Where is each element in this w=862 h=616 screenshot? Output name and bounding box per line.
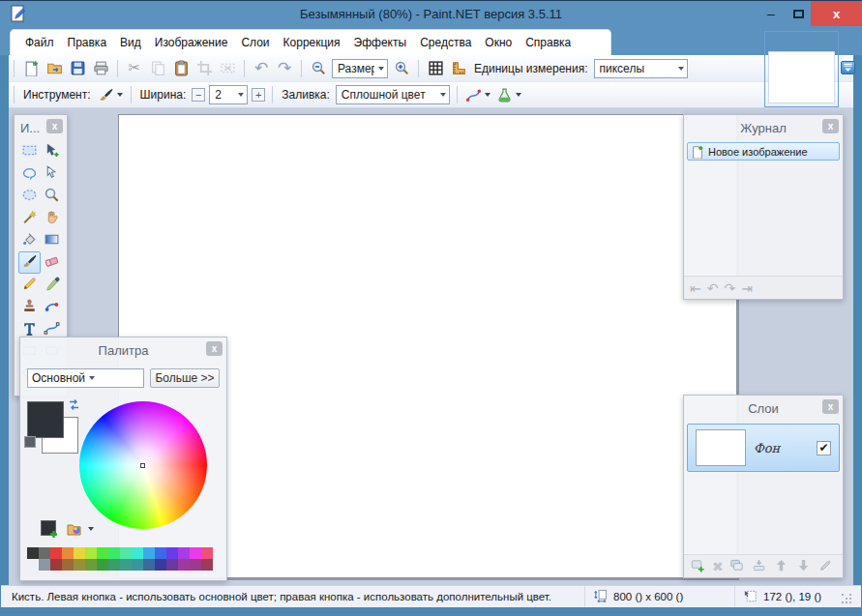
crop-button[interactable] <box>193 58 215 79</box>
open-file-button[interactable] <box>44 58 65 79</box>
palette-swatch-r1-c8[interactable] <box>108 547 120 559</box>
color-wheel[interactable] <box>79 401 207 529</box>
undo-button[interactable]: ↶ <box>251 58 272 79</box>
palette-swatch-r2-c6[interactable] <box>85 559 97 571</box>
palette-swatch-r2-c8[interactable] <box>108 559 120 571</box>
swap-colors-icon[interactable] <box>67 397 81 412</box>
palette-swatch-r1-c3[interactable] <box>50 547 62 559</box>
width-combo[interactable]: 2 <box>209 85 248 104</box>
menu-item-Изображение[interactable]: Изображение <box>148 30 235 55</box>
palette-swatch-r2-c12[interactable] <box>155 559 166 571</box>
delete-layer-button[interactable]: ✖ <box>712 560 724 573</box>
palette-swatch-r1-c12[interactable] <box>155 547 166 559</box>
tool-move-selection[interactable] <box>41 162 63 185</box>
palette-swatch-r1-c6[interactable] <box>85 547 97 559</box>
palette-swatch-r2-c15[interactable] <box>190 559 201 571</box>
ruler-toggle-button[interactable] <box>448 58 469 79</box>
palette-swatch-r1-c14[interactable] <box>178 547 190 559</box>
maximize-button[interactable] <box>786 1 811 26</box>
history-panel-close-button[interactable]: x <box>822 119 839 133</box>
layer-row[interactable]: Фон✔ <box>687 424 840 472</box>
palette-swatch-r2-c1[interactable] <box>27 559 39 571</box>
tool-pencil[interactable] <box>18 274 41 296</box>
tool-magic-wand[interactable] <box>18 207 41 229</box>
merge-layer-down-button[interactable] <box>752 558 768 574</box>
history-fastforward-button[interactable]: ⇥ <box>741 281 753 295</box>
width-decrease-button[interactable]: − <box>192 88 205 102</box>
open-image-thumbnail[interactable] <box>764 31 839 107</box>
add-palette-color-button[interactable] <box>40 519 59 539</box>
tool-rectangle-select[interactable] <box>18 140 41 162</box>
menu-item-Справка[interactable]: Справка <box>519 30 578 55</box>
menu-item-Эффекты[interactable]: Эффекты <box>347 30 414 55</box>
tool-paintbrush[interactable] <box>18 251 41 274</box>
history-redo-button[interactable]: ↷ <box>724 281 735 295</box>
primary-color-swatch[interactable] <box>27 401 64 438</box>
palette-panel-close-button[interactable]: x <box>206 341 223 356</box>
palette-swatch-r2-c2[interactable] <box>39 559 50 571</box>
palette-swatch-r2-c7[interactable] <box>97 559 108 571</box>
history-item[interactable]: Новое изображение <box>687 142 840 161</box>
palette-swatch-r1-c4[interactable] <box>62 547 74 559</box>
resize-grip[interactable] <box>842 594 853 605</box>
tool-gradient[interactable] <box>41 229 63 251</box>
tool-paint-bucket[interactable] <box>18 229 41 251</box>
tool-ellipse-select[interactable] <box>18 185 41 207</box>
palette-swatch-r2-c3[interactable] <box>50 559 62 571</box>
units-combo[interactable]: пикселы <box>594 59 688 78</box>
history-undo-button[interactable]: ↶ <box>707 281 719 295</box>
palette-swatch-r2-c13[interactable] <box>166 559 178 571</box>
palette-swatch-r1-c11[interactable] <box>143 547 155 559</box>
redo-button[interactable]: ↷ <box>274 58 295 79</box>
palette-swatch-r1-c16[interactable] <box>201 547 213 559</box>
fill-style-combo[interactable]: Сплошной цвет <box>336 85 450 104</box>
menu-item-Вид[interactable]: Вид <box>113 30 148 55</box>
menu-item-Слои[interactable]: Слои <box>234 30 276 55</box>
menu-item-Окно[interactable]: Окно <box>478 30 519 55</box>
tool-recolor[interactable] <box>41 296 63 318</box>
tool-move-selected-pixels[interactable] <box>41 140 63 162</box>
curve-style-dropdown[interactable] <box>462 86 493 104</box>
minimize-button[interactable]: – <box>758 1 784 26</box>
palette-swatch-r1-c15[interactable] <box>190 547 201 559</box>
tools-panel-close-button[interactable]: x <box>46 119 63 133</box>
copy-button[interactable] <box>147 58 168 79</box>
palette-swatch-r2-c14[interactable] <box>178 559 190 571</box>
palette-manager-dropdown[interactable] <box>66 519 95 539</box>
color-mode-combo[interactable]: Основной <box>27 368 144 388</box>
palette-swatch-r1-c13[interactable] <box>166 547 178 559</box>
duplicate-layer-button[interactable] <box>729 558 746 574</box>
palette-swatch-r1-c9[interactable] <box>120 547 132 559</box>
more-colors-button[interactable]: Больше >> <box>150 368 220 388</box>
image-list-chevron-button[interactable] <box>841 61 855 74</box>
palette-swatch-r1-c7[interactable] <box>97 547 108 559</box>
layer-visible-checkbox[interactable]: ✔ <box>817 441 831 455</box>
save-button[interactable] <box>67 58 88 79</box>
layers-panel-close-button[interactable]: x <box>822 399 839 414</box>
antialias-dropdown[interactable] <box>493 86 524 104</box>
history-rewind-button[interactable]: ⇤ <box>690 281 701 295</box>
tool-zoom[interactable] <box>41 185 63 207</box>
tool-lasso-select[interactable] <box>18 162 41 185</box>
tool-clone-stamp[interactable] <box>18 296 41 318</box>
close-button[interactable]: x <box>811 1 862 26</box>
menu-item-Коррекция[interactable]: Коррекция <box>277 30 347 55</box>
deselect-button[interactable] <box>217 58 238 79</box>
default-colors-icon[interactable] <box>24 436 36 448</box>
tool-eraser[interactable] <box>41 251 63 274</box>
move-layer-up-button[interactable] <box>774 558 790 574</box>
palette-swatch-r2-c10[interactable] <box>132 559 143 571</box>
tool-color-picker[interactable] <box>41 274 63 296</box>
palette-swatch-r1-c2[interactable] <box>39 547 50 559</box>
zoom-in-button[interactable] <box>391 58 412 79</box>
add-layer-button[interactable] <box>690 558 706 574</box>
print-button[interactable] <box>90 58 111 79</box>
palette-swatch-r1-c1[interactable] <box>27 547 39 559</box>
menu-item-Файл[interactable]: Файл <box>18 30 61 55</box>
zoom-out-button[interactable] <box>308 58 329 79</box>
move-layer-down-button[interactable] <box>796 558 813 574</box>
current-tool-dropdown[interactable] <box>95 86 126 104</box>
layer-properties-button[interactable] <box>818 558 835 574</box>
palette-swatch-r2-c4[interactable] <box>62 559 74 571</box>
grid-toggle-button[interactable] <box>425 58 446 79</box>
